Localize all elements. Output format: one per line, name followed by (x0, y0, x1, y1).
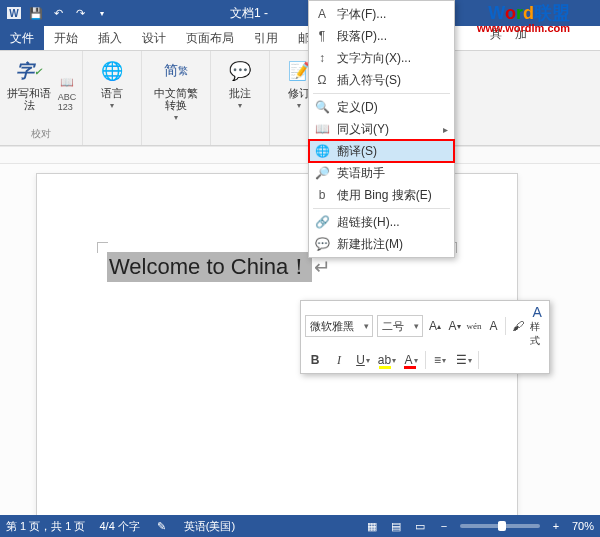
menu-item-label: 使用 Bing 搜索(E) (337, 187, 448, 204)
print-layout-icon[interactable]: ▤ (388, 520, 404, 533)
context-menu-separator (313, 93, 450, 94)
spelling-grammar-button[interactable]: 字✓ 拼写和语法 (6, 55, 52, 111)
svg-text:W: W (9, 8, 19, 19)
context-menu-item-8[interactable]: 🔎英语助手 (309, 162, 454, 184)
horizontal-ruler[interactable] (0, 147, 600, 164)
context-menu-item-7[interactable]: 🌐翻译(S) (309, 140, 454, 162)
menu-item-label: 文字方向(X)... (337, 50, 448, 67)
menu-item-icon: ↕ (313, 51, 331, 65)
status-page[interactable]: 第 1 页，共 1 页 (6, 519, 85, 534)
grow-font-icon[interactable]: A▴ (427, 316, 442, 336)
menu-item-label: 定义(D) (337, 99, 448, 116)
shrink-font-icon[interactable]: A▾ (447, 316, 462, 336)
qat-customize-icon[interactable]: ▾ (92, 3, 112, 23)
paragraph-mark-icon: ↵ (314, 256, 331, 278)
document-title: 文档1 - (230, 5, 268, 22)
menu-item-label: 英语助手 (337, 165, 448, 182)
context-menu-item-6[interactable]: 📖同义词(Y)▸ (309, 118, 454, 140)
italic-icon[interactable]: I (329, 350, 349, 370)
menu-item-label: 段落(P)... (337, 28, 448, 45)
zoom-slider[interactable] (460, 524, 540, 528)
redo-icon[interactable]: ↷ (70, 3, 90, 23)
chinese-conversion-button[interactable]: 简繁 中文简繁 转换 ▾ (148, 55, 204, 122)
bold-icon[interactable]: B (305, 350, 325, 370)
group-comments: 💬 批注 ▾ (211, 51, 270, 145)
menu-item-icon: A (313, 7, 331, 21)
bullets-icon[interactable]: ≡ (430, 350, 450, 370)
context-menu-item-3[interactable]: Ω插入符号(S) (309, 69, 454, 91)
tab-references[interactable]: 引用 (244, 26, 288, 50)
word-app-icon[interactable]: W (4, 3, 24, 23)
context-menu-item-5[interactable]: 🔍定义(D) (309, 96, 454, 118)
mini-font-select[interactable]: 微软雅黑 (305, 315, 373, 337)
tab-file[interactable]: 文件 (0, 26, 44, 50)
status-language[interactable]: 英语(美国) (184, 519, 235, 534)
tab-insert[interactable]: 插入 (88, 26, 132, 50)
menu-item-icon: 🔗 (313, 215, 331, 229)
menu-item-label: 字体(F)... (337, 6, 448, 23)
menu-item-icon: Ω (313, 73, 331, 87)
menu-item-icon: 📖 (313, 122, 331, 136)
menu-item-label: 翻译(S) (337, 143, 448, 160)
group-proofing: 字✓ 拼写和语法 📖 ABC123 校对 (0, 51, 83, 145)
underline-icon[interactable]: U (353, 350, 373, 370)
context-menu-item-2[interactable]: ↕文字方向(X)... (309, 47, 454, 69)
web-layout-icon[interactable]: ▭ (412, 520, 428, 533)
thesaurus-icon[interactable]: 📖 (58, 73, 76, 91)
tab-home[interactable]: 开始 (44, 26, 88, 50)
menu-item-label: 同义词(Y) (337, 121, 437, 138)
font-color-icon[interactable]: A (401, 350, 421, 370)
watermark-url: www.wordlm.com (477, 22, 570, 34)
quick-access-toolbar: W 💾 ↶ ↷ ▾ (4, 3, 112, 23)
context-menu-separator (313, 208, 450, 209)
format-painter-icon[interactable]: 🖌 (510, 316, 525, 336)
char-border-icon[interactable]: A (486, 316, 501, 336)
context-menu-item-9[interactable]: b使用 Bing 搜索(E) (309, 184, 454, 206)
spellcheck-status-icon[interactable]: ✎ (154, 520, 170, 533)
menu-item-icon: ¶ (313, 29, 331, 43)
menu-item-icon: 🌐 (313, 144, 331, 158)
tab-design[interactable]: 设计 (132, 26, 176, 50)
menu-item-icon: 🔍 (313, 100, 331, 114)
menu-item-icon: 🔎 (313, 166, 331, 180)
group-language: 🌐 语言 ▾ (83, 51, 142, 145)
styles-label[interactable]: 样式 (530, 320, 545, 348)
zoom-level[interactable]: 70% (572, 520, 594, 532)
zoom-in-icon[interactable]: + (548, 520, 564, 532)
highlight-color-icon[interactable]: ab (377, 350, 397, 370)
read-mode-icon[interactable]: ▦ (364, 520, 380, 533)
group-label-proofing: 校对 (31, 127, 51, 143)
context-menu-item-11[interactable]: 🔗超链接(H)... (309, 211, 454, 233)
phonetic-guide-icon[interactable]: wén (466, 316, 481, 336)
menu-item-icon: 💬 (313, 237, 331, 251)
numbering-icon[interactable]: ☰ (454, 350, 474, 370)
mini-toolbar: 微软雅黑 二号 A▴ A▾ wén A 🖌 A 样式 B I U ab A ≡ … (300, 300, 550, 374)
context-menu-item-1[interactable]: ¶段落(P)... (309, 25, 454, 47)
selected-text[interactable]: Welcome to China！ (107, 252, 312, 282)
context-menu-item-0[interactable]: A字体(F)... (309, 3, 454, 25)
mini-size-select[interactable]: 二号 (377, 315, 423, 337)
context-menu: A字体(F)...¶段落(P)...↕文字方向(X)...Ω插入符号(S)🔍定义… (308, 0, 455, 258)
ribbon: 字✓ 拼写和语法 📖 ABC123 校对 🌐 语言 ▾ 简繁 中文简繁 转 (0, 51, 600, 146)
language-button[interactable]: 🌐 语言 ▾ (89, 55, 135, 110)
menu-item-icon: b (313, 188, 331, 202)
word-count-icon[interactable]: ABC123 (58, 93, 76, 111)
tab-page-layout[interactable]: 页面布局 (176, 26, 244, 50)
new-comment-button[interactable]: 💬 批注 ▾ (217, 55, 263, 110)
undo-icon[interactable]: ↶ (48, 3, 68, 23)
menu-item-label: 插入符号(S) (337, 72, 448, 89)
group-chinese-conversion: 简繁 中文简繁 转换 ▾ (142, 51, 211, 145)
save-icon[interactable]: 💾 (26, 3, 46, 23)
status-word-count[interactable]: 4/4 个字 (99, 519, 139, 534)
zoom-out-icon[interactable]: − (436, 520, 452, 532)
menu-item-label: 超链接(H)... (337, 214, 448, 231)
menu-item-label: 新建批注(M) (337, 236, 448, 253)
status-bar: 第 1 页，共 1 页 4/4 个字 ✎ 英语(美国) ▦ ▤ ▭ − + 70… (0, 515, 600, 537)
context-menu-item-12[interactable]: 💬新建批注(M) (309, 233, 454, 255)
submenu-arrow-icon: ▸ (443, 124, 448, 135)
